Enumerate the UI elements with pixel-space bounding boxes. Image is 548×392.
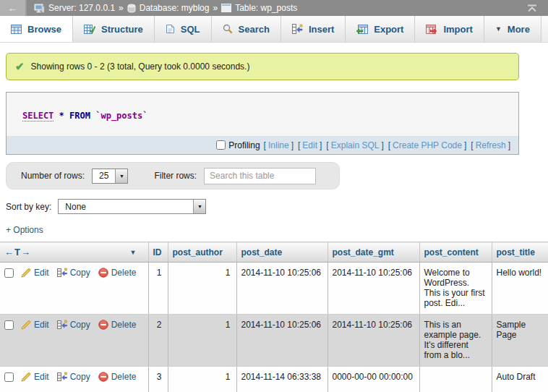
breadcrumb-server[interactable]: Server: 127.0.0.1: [48, 3, 115, 13]
header-row: ←T→ ▼ ID post_author post_date post_date…: [0, 242, 548, 263]
sort-by-key-row: Sort by key: None ▼: [6, 199, 548, 214]
breadcrumb-bar: ← Server: 127.0.0.1 » Database: myblog »…: [0, 0, 548, 16]
options-toggle-link[interactable]: + Options: [6, 225, 43, 235]
row-checkbox[interactable]: [4, 268, 14, 278]
column-actions-header[interactable]: ←T→ ▼: [0, 242, 148, 263]
column-header-post-title[interactable]: post_title: [492, 242, 548, 263]
column-header-post-author[interactable]: post_author: [168, 242, 236, 263]
cell-post-date: 2014-11-10 10:25:06: [236, 263, 327, 315]
search-icon: [223, 24, 233, 34]
column-header-post-content[interactable]: post_content: [419, 242, 492, 263]
row-actions: Edit Copy Delete: [0, 367, 148, 392]
tab-more[interactable]: ▼ More: [484, 16, 541, 42]
database-icon: [127, 4, 136, 13]
rows-filter-bar: Number of rows: 25 ▼ Filter rows:: [6, 162, 340, 189]
refresh-link[interactable]: Refresh: [476, 140, 506, 150]
edit-row-link[interactable]: Edit: [21, 372, 49, 382]
column-header-post-date[interactable]: post_date: [236, 242, 327, 263]
edit-row-link[interactable]: Edit: [21, 320, 49, 330]
cell-post-date-gmt: 2014-11-10 10:25:06: [327, 263, 419, 315]
bracket: ]: [320, 140, 322, 150]
delete-label: Delete: [111, 372, 137, 382]
copy-row-link[interactable]: Copy: [57, 372, 90, 382]
cell-post-author: 1: [168, 315, 236, 367]
delete-icon: [98, 320, 108, 330]
nav-panel-toggle-button[interactable]: ←: [0, 0, 27, 16]
delete-icon: [98, 372, 108, 382]
sort-by-key-select[interactable]: None ▼: [58, 199, 206, 214]
query-toolbar: Profiling [ Inline ] [ Edit ] [ Explain …: [7, 136, 518, 154]
cell-post-content: Welcome to WordPress. This is your first…: [419, 263, 492, 315]
profiling-checkbox[interactable]: [216, 140, 226, 150]
sql-query-box: SELECT * FROM `wp_posts` Profiling [ Inl…: [6, 92, 519, 155]
tab-label: Export: [374, 24, 403, 35]
bracket: [: [471, 140, 473, 150]
edit-row-link[interactable]: Edit: [21, 268, 49, 278]
filter-rows-input[interactable]: [204, 168, 316, 184]
filter-rows-label: Filter rows:: [154, 171, 197, 181]
delete-label: Delete: [111, 268, 137, 278]
pencil-icon: [21, 268, 31, 278]
edit-label: Edit: [34, 268, 49, 278]
column-header-post-date-gmt[interactable]: post_date_gmt: [327, 242, 419, 263]
breadcrumb-database[interactable]: Database: myblog: [140, 3, 210, 13]
column-header-id[interactable]: ID: [148, 242, 168, 263]
edit-label: Edit: [34, 372, 49, 382]
edit-query-link[interactable]: Edit: [302, 140, 317, 150]
select-arrow-icon: ▼: [193, 200, 205, 213]
sql-icon: [166, 24, 175, 34]
sql-star: *: [59, 111, 64, 121]
copy-row-link[interactable]: Copy: [57, 268, 90, 278]
sql-keyword-select: SELECT: [22, 111, 53, 122]
bracket: ]: [508, 140, 510, 150]
tab-sql[interactable]: SQL: [155, 16, 212, 42]
cell-post-content: [419, 367, 492, 392]
column-order-toggle[interactable]: ←T→: [4, 247, 31, 257]
num-rows-label: Number of rows:: [21, 171, 85, 181]
bracket: ]: [291, 140, 294, 150]
results-table: ←T→ ▼ ID post_author post_date post_date…: [0, 242, 548, 392]
cell-post-title: Hello world!: [492, 263, 548, 315]
bracket: ]: [381, 140, 383, 150]
sql-table-name: `wp_posts`: [95, 111, 147, 121]
row-checkbox[interactable]: [4, 372, 14, 382]
pencil-icon: [21, 372, 31, 382]
tab-search[interactable]: Search: [212, 16, 281, 42]
cell-id: 2: [148, 315, 168, 367]
tab-export[interactable]: Export: [346, 16, 415, 42]
server-icon: [34, 4, 45, 13]
profiling-label: Profiling: [228, 140, 260, 150]
delete-row-link[interactable]: Delete: [98, 320, 137, 330]
delete-row-link[interactable]: Delete: [98, 372, 137, 382]
cell-post-title: Auto Draft: [492, 367, 548, 392]
pencil-icon: [21, 320, 31, 330]
delete-icon: [98, 268, 108, 278]
inline-link[interactable]: Inline: [268, 140, 289, 150]
success-message-text: Showing rows 0 - 2 (3 total, Query took …: [31, 61, 250, 72]
cell-post-date: 2014-11-10 10:25:06: [236, 315, 327, 367]
collapse-topbar-icon[interactable]: [526, 4, 538, 12]
delete-row-link[interactable]: Delete: [98, 268, 137, 278]
edit-label: Edit: [34, 320, 49, 330]
sort-desc-icon[interactable]: ▼: [130, 249, 137, 256]
explain-sql-link[interactable]: Explain SQL: [331, 140, 380, 150]
insert-icon: [292, 24, 303, 34]
num-rows-select[interactable]: 25 ▼: [92, 169, 128, 184]
cell-post-author: 1: [168, 263, 236, 315]
copy-icon: [57, 268, 67, 278]
copy-row-link[interactable]: Copy: [57, 320, 90, 330]
create-php-code-link[interactable]: Create PHP Code: [393, 140, 462, 150]
sort-by-key-value: None: [59, 202, 93, 212]
tab-import[interactable]: Import: [415, 16, 484, 42]
cell-post-date-gmt: 0000-00-00 00:00:00: [327, 367, 419, 392]
num-rows-value: 25: [93, 171, 115, 181]
tab-browse[interactable]: Browse: [0, 16, 73, 42]
tab-label: Search: [239, 24, 270, 35]
row-checkbox[interactable]: [4, 320, 14, 330]
structure-icon: [84, 25, 95, 34]
table-icon: [221, 4, 231, 12]
tab-structure[interactable]: Structure: [73, 16, 155, 42]
copy-label: Copy: [70, 320, 90, 330]
breadcrumb-table: Table: wp_posts: [235, 3, 297, 13]
tab-insert[interactable]: Insert: [281, 16, 346, 42]
